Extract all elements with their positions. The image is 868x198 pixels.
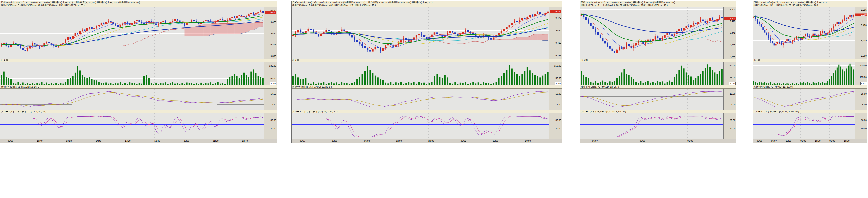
x-axis-label: 12:00 (493, 140, 498, 142)
macd-canvas[interactable] (580, 89, 723, 110)
price-tick: 9,445 (730, 32, 735, 34)
price-tick: 9,505 (730, 8, 735, 10)
macd-tick: 19.00 (555, 93, 561, 95)
macd-tick: -2.50 (271, 104, 276, 106)
stoch-tick: 80.00 (730, 119, 735, 121)
macd-tick: 25.00 (861, 93, 867, 95)
scale-badge: × 100 (861, 82, 867, 85)
volume-canvas[interactable] (580, 62, 723, 85)
macd-canvas[interactable] (0, 89, 264, 110)
stoch-tick: 80.00 (555, 119, 561, 121)
price-axis[interactable]: 9,5059,4759,4459,4159,3859,500 (264, 7, 277, 59)
stoch-canvas[interactable] (753, 113, 855, 139)
volume-tick: 65.00 (271, 77, 276, 79)
stoch-axis[interactable]: 80.0040.00 (549, 113, 562, 139)
price-tick: 9,475 (271, 21, 276, 23)
x-axis-label: 06/06 (756, 140, 763, 142)
volume-axis[interactable]: 405.00165.00× 100 (855, 62, 867, 85)
volume-tick: 150.00 (554, 65, 561, 67)
price-axis[interactable]: 9,5159,4709,4259,3809,500 (855, 7, 867, 59)
x-axis[interactable]: 06/0810:4013:2014:4017:2018:4020:0021:20… (0, 139, 277, 143)
x-axis-label: 16:30 (844, 140, 850, 142)
macd-axis[interactable]: 25.005.00 (855, 89, 867, 110)
stoch-axis[interactable]: 80.0040.00 (264, 113, 277, 139)
price-tick: 9,385 (555, 55, 561, 57)
price-tick: 9,415 (730, 44, 735, 46)
x-axis-label: 06/07 (771, 140, 777, 142)
macd-pane-label-text: 移動平均(Close, 75 ) MACD( 12, 26, 9 ) (581, 86, 620, 88)
stoch-canvas[interactable] (291, 113, 549, 139)
macd-pane-label-text: 移動平均(Close, 75 ) MACD( 12, 26, 9 ) (292, 86, 332, 88)
macd-tick: -1.00 (556, 104, 561, 106)
stoch-canvas[interactable] (580, 113, 723, 139)
price-axis[interactable]: 9,5059,4759,4459,4159,3859,482 (723, 7, 736, 59)
panel-title-line1: 日経225mini 11/09( 30分, 2011/06/01 - 2011/… (581, 1, 735, 4)
chart-panel-4: 日経225mini 11/09( 60分, 2011/06/01 - 2011/… (753, 0, 868, 143)
price-tick: 9,470 (861, 24, 867, 26)
macd-canvas[interactable] (291, 89, 549, 110)
volume-pane-label: 出来高 (291, 59, 562, 62)
scale-badge: × 100 (270, 82, 276, 85)
volume-pane-label: 出来高 (580, 59, 736, 62)
panel-header: 日経225mini 11/09( 5分, 2011/06/06 - 2011/0… (0, 1, 277, 7)
panel-title-line2: 移動平均(Close, 5 ) 移動平均(Close, 40 ) 移動平均(Cl… (1, 4, 276, 6)
x-axis-label: 20:00 (525, 140, 531, 142)
x-axis-label: 20:00 (429, 140, 434, 142)
price-tick: 9,515 (861, 8, 867, 11)
volume-axis[interactable]: 150.0055.00× 100 (549, 62, 562, 85)
price-tick: 9,380 (861, 55, 867, 57)
panel-header: 日経225mini 11/09( 30分, 2011/06/01 - 2011/… (580, 1, 736, 7)
x-axis-label: 06/07 (592, 140, 598, 142)
x-axis[interactable]: 06/0706/0806/09 (580, 139, 736, 143)
macd-pane-label: 移動平均(Close, 75 ) MACD( 12, 26, 9 ) (580, 85, 736, 89)
price-tick: 9,475 (730, 20, 735, 22)
chart-panel-2: 日経225mini 11/09( 15分, 2011/06/01 - 2011/… (291, 0, 562, 143)
stoch-axis[interactable]: 80.0040.00 (855, 113, 867, 139)
volume-canvas[interactable] (291, 62, 549, 85)
macd-pane-label: 移動平均(Close, 75 ) MACD( 12, 26, 9 ) (291, 85, 562, 89)
price-tick: 9,445 (555, 29, 561, 31)
price-tick: 9,415 (555, 42, 561, 44)
volume-axis[interactable]: 170.0065.00× 100 (723, 62, 736, 85)
macd-pane-label: 移動平均(Close, 75 ) MACD( 12, 26, 9 ) (753, 85, 867, 89)
price-tick: 9,385 (271, 55, 276, 57)
scale-badge: × 100 (555, 82, 561, 85)
price-tick: 9,415 (271, 44, 276, 46)
stoch-canvas[interactable] (0, 113, 264, 139)
stoch-pane-label-text: スロー・ストキャスティクス( 14, 3, 60, 20 ) (581, 110, 626, 113)
main-chart-canvas[interactable] (580, 7, 723, 59)
stoch-pane-label-text: スロー・ストキャスティクス( 14, 3, 60, 20 ) (1, 110, 46, 113)
stoch-axis[interactable]: 80.0040.00 (723, 113, 736, 139)
macd-tick: -1.00 (730, 104, 735, 106)
x-axis-label: 22:40 (242, 140, 248, 142)
last-price-badge: 9,500 (855, 13, 867, 16)
volume-tick: 185.00 (269, 64, 276, 67)
volume-axis[interactable]: 185.0065.00× 100 (264, 62, 277, 85)
main-chart-canvas[interactable] (0, 7, 264, 59)
x-axis-label: 20:00 (332, 140, 337, 142)
volume-canvas[interactable] (753, 62, 855, 85)
volume-pane-label: 出来高 (0, 59, 277, 62)
x-axis-label: 06/08 (7, 140, 13, 142)
x-axis-label: 10:40 (37, 140, 43, 142)
macd-axis[interactable]: 17.50-2.50 (264, 89, 277, 110)
volume-tick: 65.00 (730, 77, 735, 79)
panel-title-line1: 日経225mini 11/09( 60分, 2011/06/01 - 2011/… (754, 1, 867, 4)
main-chart-canvas[interactable] (753, 7, 855, 59)
macd-axis[interactable]: 19.00-1.00 (549, 89, 562, 110)
price-axis[interactable]: 9,4759,4459,4159,3859,490 (549, 7, 562, 59)
last-price-badge: 9,482 (724, 17, 736, 20)
volume-pane-label: 出来高 (753, 59, 867, 62)
x-axis-label: 06/08 (800, 140, 806, 142)
volume-pane-label-text: 出来高 (581, 59, 588, 62)
chart-panel-3: 日経225mini 11/09( 30分, 2011/06/01 - 2011/… (580, 0, 736, 143)
macd-canvas[interactable] (753, 89, 855, 110)
main-chart-canvas[interactable] (291, 7, 549, 59)
x-axis[interactable]: 06/0720:0006/0812:0020:0006/0912:0020:00 (291, 139, 562, 143)
volume-canvas[interactable] (0, 62, 264, 85)
price-tick: 9,385 (730, 56, 735, 58)
macd-axis[interactable]: 19.00-1.00 (723, 89, 736, 110)
x-axis-label: 21:20 (213, 140, 218, 142)
macd-pane-label-text: 移動平均(Close, 75 ) MACD( 12, 26, 9 ) (754, 86, 793, 88)
x-axis[interactable]: 06/0606/0716:3006/0816:3006/0916:30 (753, 139, 867, 143)
